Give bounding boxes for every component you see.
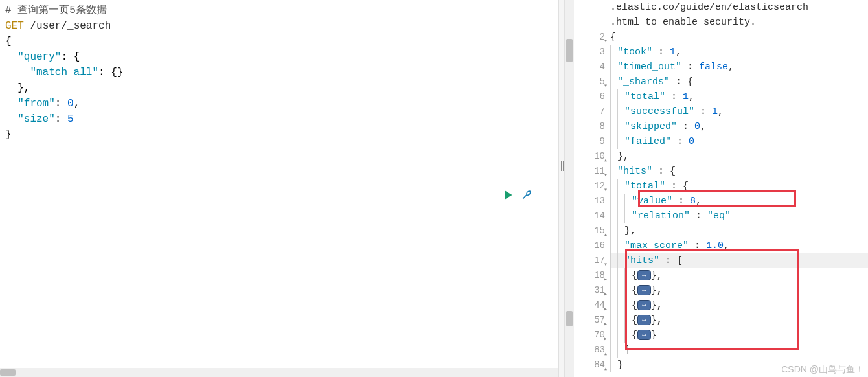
response-line: }, (610, 149, 868, 164)
response-viewer: 2▾345▾678910▴11▾12▾131415▴1617▾18▸31▸44▸… (565, 0, 868, 377)
response-line: "_shards" : { (610, 74, 868, 89)
code-line: } (5, 127, 553, 143)
response-line: "successful" : 1, (610, 104, 868, 119)
response-line: "total" : { (610, 179, 868, 194)
response-line: { (610, 30, 868, 45)
info-text: .elastic.co/guide/en/elasticsearch (610, 0, 868, 15)
comment-line: # 查询第一页5条数据 (5, 3, 553, 18)
collapsed-icon[interactable]: ↔ (637, 330, 651, 340)
wrench-icon[interactable] (521, 189, 532, 204)
request-editor[interactable]: # 查询第一页5条数据 GET /user/_search { "query":… (0, 0, 558, 377)
attribution: CSDN @山鸟与鱼！ (781, 364, 864, 376)
request-line: GET /user/_search (5, 18, 553, 34)
code-line: "from": 0, (5, 96, 553, 111)
response-line: "total" : 1, (610, 89, 868, 104)
response-line: {↔}, (610, 313, 868, 328)
response-line: "hits" : { (610, 164, 868, 179)
code-line: }, (5, 80, 553, 96)
response-line: ] (610, 343, 868, 358)
response-line: {↔}, (610, 298, 868, 313)
code-line: "match_all": {} (5, 65, 553, 80)
line-gutter: 2▾345▾678910▴11▾12▾131415▴1617▾18▸31▸44▸… (574, 0, 610, 377)
collapsed-icon[interactable]: ↔ (637, 315, 651, 325)
response-line: "value" : 8, (610, 194, 868, 209)
response-code[interactable]: .elastic.co/guide/en/elasticsearch .html… (610, 0, 868, 377)
response-line: "max_score" : 1.0, (610, 238, 868, 253)
response-line: {↔} (610, 328, 868, 343)
response-line: "relation" : "eq" (610, 209, 868, 223)
response-line: "took" : 1, (610, 45, 868, 60)
request-actions (503, 189, 532, 204)
collapsed-icon[interactable]: ↔ (637, 270, 651, 280)
response-line: "hits" : [ (610, 253, 868, 268)
response-line: "failed" : 0 (610, 134, 868, 149)
code-line: "size": 5 (5, 111, 553, 127)
panel-divider[interactable] (558, 0, 565, 377)
collapsed-icon[interactable]: ↔ (637, 285, 651, 295)
response-line: "timed_out" : false, (610, 60, 868, 74)
response-line: {↔}, (610, 283, 868, 298)
response-line: {↔}, (610, 268, 868, 283)
info-text: .html to enable security. (610, 15, 868, 30)
code-line: "query": { (5, 49, 553, 65)
code-line: { (5, 34, 553, 49)
collapsed-icon[interactable]: ↔ (637, 300, 651, 310)
response-scrollbar[interactable] (565, 0, 574, 377)
response-line: }, (610, 223, 868, 238)
play-icon[interactable] (503, 189, 514, 204)
response-line: "skipped" : 0, (610, 119, 868, 134)
horizontal-scrollbar[interactable] (0, 368, 558, 377)
